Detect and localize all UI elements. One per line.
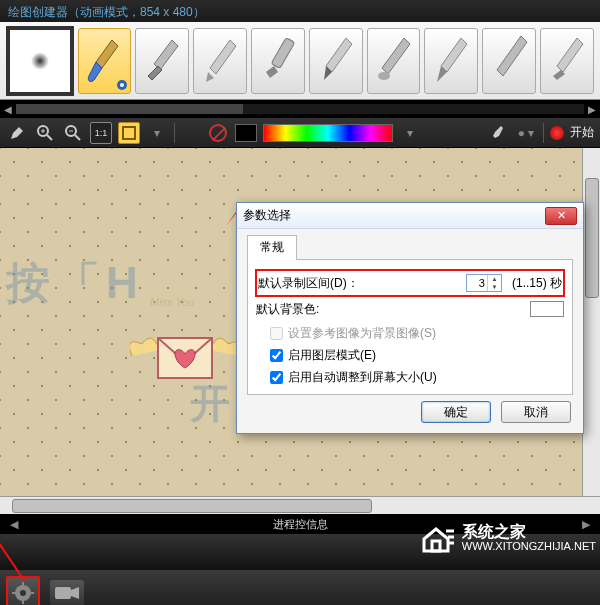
bottom-toolbar <box>0 570 600 605</box>
bgcolor-swatch[interactable] <box>530 301 564 317</box>
brush-round[interactable] <box>135 28 189 94</box>
dialog-panel: 默认录制区间(D)： ▲▼ (1..15) 秒 默认背景色: 设置参考图像为背景… <box>247 260 573 395</box>
calligraphy-icon <box>547 36 587 86</box>
ref-image-label: 设置参考图像为背景图像(S) <box>288 325 436 342</box>
zoom-in-icon[interactable] <box>34 122 56 144</box>
fit-screen-toggle[interactable] <box>118 122 140 144</box>
scroll-track[interactable] <box>16 104 584 114</box>
svg-rect-2 <box>271 37 295 68</box>
tab-general[interactable]: 常规 <box>247 235 297 260</box>
scroll-left-icon[interactable]: ◀ <box>4 104 12 115</box>
svg-rect-20 <box>432 541 440 551</box>
crayon-icon <box>200 36 240 86</box>
gear-icon <box>12 582 34 604</box>
options-chevron-icon[interactable]: ▾ <box>146 122 168 144</box>
brush-hardpen[interactable] <box>424 28 478 94</box>
dialog-title: 参数选择 <box>243 207 291 224</box>
brush-settings-gear-icon <box>116 79 128 91</box>
shadebrush-icon <box>374 36 414 86</box>
horizontal-scrollbar[interactable] <box>0 496 600 514</box>
svg-rect-15 <box>22 582 24 586</box>
brush-shade[interactable] <box>367 28 421 94</box>
spin-down-icon[interactable]: ▼ <box>488 283 501 291</box>
window-titlebar: 绘图创建器（动画模式，854 x 480） <box>0 0 600 22</box>
svg-rect-16 <box>22 600 24 604</box>
svg-line-5 <box>47 135 52 140</box>
ghost-text: 按「H <box>6 254 144 313</box>
color-spectrum-picker[interactable] <box>263 124 393 142</box>
brand-logo-icon <box>418 521 454 557</box>
layer-mode-label: 启用图层模式(E) <box>288 347 376 364</box>
window-title: 绘图创建器（动画模式，854 x 480） <box>8 5 205 19</box>
svg-rect-19 <box>55 587 71 599</box>
vscroll-thumb[interactable] <box>585 178 599 298</box>
checkbox-layer-mode[interactable]: 启用图层模式(E) <box>270 344 564 366</box>
ok-button[interactable]: 确定 <box>421 401 491 423</box>
svg-rect-11 <box>123 127 135 139</box>
brush-thinpen[interactable] <box>482 28 536 94</box>
no-tool-icon[interactable] <box>207 122 229 144</box>
hardpen-icon <box>431 36 471 86</box>
pencil-icon <box>316 36 356 86</box>
vertical-scrollbar[interactable] <box>582 148 600 496</box>
brush-scrollbar[interactable]: ◀ ▶ <box>0 100 600 118</box>
svg-point-1 <box>120 83 124 87</box>
brush-marker[interactable] <box>251 28 305 94</box>
cancel-button[interactable]: 取消 <box>501 401 571 423</box>
spectrum-chevron-icon[interactable]: ▾ <box>399 122 421 144</box>
interval-range-label: (1..15) 秒 <box>512 275 562 292</box>
dialog-buttons: 确定 取消 <box>247 395 573 423</box>
interval-spinner[interactable]: ▲▼ <box>466 274 502 292</box>
spin-up-icon[interactable]: ▲ <box>488 275 501 283</box>
brush-paintbrush[interactable] <box>78 28 132 94</box>
hscroll-thumb[interactable] <box>12 499 372 513</box>
zoom-actual-button[interactable]: 1:1 <box>90 122 112 144</box>
dialog-tabs: 常规 <box>247 235 573 260</box>
brush-dot-preview-icon <box>31 52 49 70</box>
camera-icon <box>55 585 79 601</box>
brush-toolbar <box>0 22 600 100</box>
brand-name: 系统之家 <box>462 525 596 539</box>
brush-calligraphy[interactable] <box>540 28 594 94</box>
ref-image-checkbox <box>270 327 283 340</box>
eyedropper-icon[interactable] <box>487 122 509 144</box>
svg-point-3 <box>378 72 390 80</box>
checkbox-autofit[interactable]: 启用自动调整到屏幕大小(U) <box>270 366 564 388</box>
record-indicator-icon <box>550 126 564 140</box>
dialog-close-button[interactable]: ✕ <box>545 207 577 225</box>
timeline-collapse-left-icon[interactable]: ◀ <box>10 518 18 531</box>
brush-size-dropdown-icon[interactable]: ● ▾ <box>515 122 537 144</box>
interval-label: 默认录制区间(D)： <box>258 275 359 292</box>
svg-rect-17 <box>12 592 16 594</box>
autofit-label: 启用自动调整到屏幕大小(U) <box>288 369 437 386</box>
interval-input[interactable] <box>467 275 487 291</box>
envelope-drawing-icon <box>130 318 240 398</box>
svg-line-9 <box>75 135 80 140</box>
thinpen-icon <box>489 36 529 86</box>
brush-preview-tile <box>6 26 74 96</box>
svg-rect-18 <box>30 592 34 594</box>
watermark: 系统之家 WWW.XITONGZHIJIA.NET <box>418 521 596 557</box>
divider <box>543 123 544 143</box>
svg-point-14 <box>20 590 26 596</box>
start-recording-button[interactable]: 开始 <box>570 124 594 141</box>
settings-button[interactable] <box>6 576 40 606</box>
pencil-tool-icon[interactable] <box>6 122 28 144</box>
brand-url: WWW.XITONGZHIJIA.NET <box>462 539 596 553</box>
brush-pencil[interactable] <box>309 28 363 94</box>
timeline-title: 进程控信息 <box>273 517 328 532</box>
foreground-color-swatch[interactable] <box>235 124 257 142</box>
row-bgcolor: 默认背景色: <box>256 296 564 322</box>
zoom-out-icon[interactable] <box>62 122 84 144</box>
layer-mode-checkbox[interactable] <box>270 349 283 362</box>
dialog-titlebar[interactable]: 参数选择 ✕ <box>237 203 583 229</box>
camera-button[interactable] <box>50 580 84 606</box>
autofit-checkbox[interactable] <box>270 371 283 384</box>
marker-icon <box>258 36 298 86</box>
bgcolor-label: 默认背景色: <box>256 301 319 318</box>
settings-dialog: 参数选择 ✕ 常规 默认录制区间(D)： ▲▼ (1..15) 秒 默认背景色:… <box>236 202 584 434</box>
divider <box>174 123 175 143</box>
scroll-thumb[interactable] <box>16 104 243 114</box>
scroll-right-icon[interactable]: ▶ <box>588 104 596 115</box>
brush-crayon[interactable] <box>193 28 247 94</box>
